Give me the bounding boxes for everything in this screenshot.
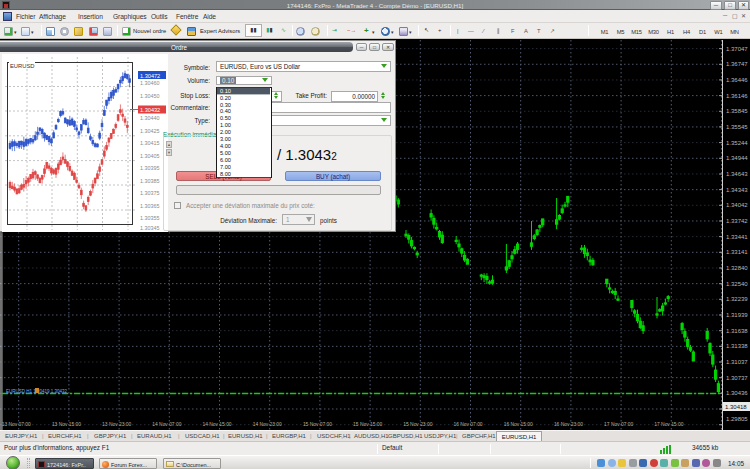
svg-text:1.35845: 1.35845 (726, 108, 748, 114)
svg-text:1.30737: 1.30737 (726, 375, 748, 381)
svg-text:8.00: 8.00 (220, 170, 231, 176)
svg-text:13 Nov 07:00: 13 Nov 07:00 (2, 422, 31, 427)
svg-text:1.37047: 1.37047 (726, 46, 748, 52)
svg-text:14 Nov 15:00: 14 Nov 15:00 (203, 422, 232, 427)
svg-text:16 Nov 23:00: 16 Nov 23:00 (554, 422, 583, 427)
svg-text:15 Nov 15:00: 15 Nov 15:00 (353, 422, 382, 427)
svg-text:1.31638: 1.31638 (726, 328, 748, 334)
svg-text:1.33141: 1.33141 (726, 249, 748, 255)
svg-text:15 Nov 23:00: 15 Nov 23:00 (403, 422, 432, 427)
svg-text:1.31338: 1.31338 (726, 343, 748, 349)
svg-text:1.30436: 1.30436 (726, 390, 748, 396)
svg-text:1.00: 1.00 (220, 122, 231, 128)
svg-text:1.35545: 1.35545 (726, 124, 748, 130)
svg-text:1.30415: 1.30415 (140, 140, 160, 146)
svg-text:3.00: 3.00 (220, 136, 231, 142)
svg-text:15 Nov 07:00: 15 Nov 07:00 (303, 422, 332, 427)
svg-text:1.34643: 1.34643 (726, 171, 748, 177)
svg-text:1.30375: 1.30375 (140, 190, 160, 196)
svg-text:13 Nov 23:00: 13 Nov 23:00 (102, 422, 131, 427)
svg-text:EURUSD: EURUSD (10, 63, 34, 69)
svg-text:6.00: 6.00 (220, 156, 231, 162)
svg-text:1.30395: 1.30395 (140, 165, 160, 171)
svg-text:14 Nov 07:00: 14 Nov 07:00 (152, 422, 181, 427)
svg-text:0.30: 0.30 (220, 101, 231, 107)
svg-text:1.30385: 1.30385 (140, 178, 160, 184)
svg-text:1.32239: 1.32239 (726, 296, 748, 302)
svg-text:1.30405: 1.30405 (140, 153, 160, 159)
svg-text:1.29805: 1.29805 (726, 416, 748, 422)
svg-text:1.34343: 1.34343 (726, 187, 748, 193)
svg-text:1.31939: 1.31939 (726, 312, 748, 318)
svg-text:1.30365: 1.30365 (140, 203, 160, 209)
svg-text:1.34944: 1.34944 (726, 155, 748, 161)
svg-text:0.20: 0.20 (220, 94, 231, 100)
svg-text:1.30418: 1.30418 (725, 404, 747, 410)
svg-text:1.33441: 1.33441 (726, 234, 748, 240)
svg-text:14 Nov 23:00: 14 Nov 23:00 (253, 422, 282, 427)
svg-text:1.35244: 1.35244 (726, 140, 748, 146)
svg-text:4.00: 4.00 (220, 142, 231, 148)
svg-text:1.32840: 1.32840 (726, 265, 748, 271)
svg-text:16 Nov 15:00: 16 Nov 15:00 (504, 422, 533, 427)
svg-text:1.33742: 1.33742 (726, 218, 748, 224)
svg-text:17 Nov 07:00: 17 Nov 07:00 (604, 422, 633, 427)
svg-text:1.30355: 1.30355 (140, 215, 160, 221)
svg-text:1.30425: 1.30425 (140, 128, 160, 134)
svg-text:1.30345: 1.30345 (140, 225, 160, 231)
svg-text:0.40: 0.40 (220, 108, 231, 114)
svg-text:7.00: 7.00 (220, 163, 231, 169)
svg-text:17 Nov 15:00: 17 Nov 15:00 (654, 422, 683, 427)
svg-text:1.36747: 1.36747 (726, 61, 748, 67)
svg-text:1.36146: 1.36146 (726, 93, 748, 99)
svg-text:16 Nov 07:00: 16 Nov 07:00 (454, 422, 483, 427)
svg-text:1.31037: 1.31037 (726, 359, 748, 365)
svg-text:2.00: 2.00 (220, 129, 231, 135)
svg-text:1.34042: 1.34042 (726, 202, 748, 208)
svg-text:0.10: 0.10 (220, 87, 231, 93)
svg-text:13 Nov 15:00: 13 Nov 15:00 (52, 422, 81, 427)
svg-text:1.36446: 1.36446 (726, 77, 748, 83)
svg-text:5.00: 5.00 (220, 149, 231, 155)
svg-text:0.50: 0.50 (220, 115, 231, 121)
svg-text:1.32540: 1.32540 (726, 281, 748, 287)
